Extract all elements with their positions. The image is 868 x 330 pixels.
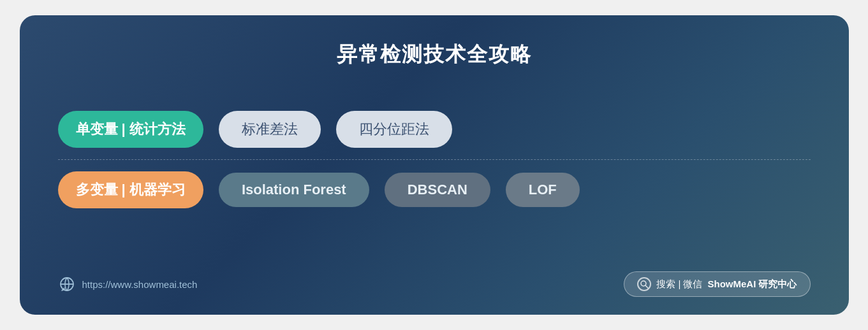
search-badge[interactable]: 搜索 | 微信 ShowMeAI 研究中心: [624, 271, 810, 297]
univariate-row: 单变量 | 统计方法 标准差法 四分位距法: [58, 99, 811, 159]
website-link[interactable]: https://www.showmeai.tech: [58, 275, 198, 293]
page-title: 异常检测技术全攻略: [337, 41, 532, 69]
multivariate-row: 多变量 | 机器学习 Isolation Forest DBSCAN LOF: [58, 160, 811, 220]
univariate-badge: 单变量 | 统计方法: [58, 111, 203, 148]
method-dbscan: DBSCAN: [385, 173, 490, 207]
website-icon: [58, 275, 76, 293]
method-lof: LOF: [506, 173, 580, 207]
search-prefix: 搜索 | 微信: [656, 278, 702, 291]
method-std: 标准差法: [219, 111, 321, 148]
method-iqr: 四分位距法: [336, 111, 452, 148]
method-isolation-forest: Isolation Forest: [219, 173, 369, 207]
website-url: https://www.showmeai.tech: [82, 279, 198, 290]
search-icon: [637, 277, 651, 291]
content-rows: 单变量 | 统计方法 标准差法 四分位距法 多变量 | 机器学习 Isolati…: [58, 99, 811, 220]
main-card: 异常检测技术全攻略 单变量 | 统计方法 标准差法 四分位距法 多变量 | 机器…: [20, 15, 849, 315]
svg-line-1: [646, 286, 649, 289]
svg-point-0: [641, 281, 646, 286]
multivariate-badge: 多变量 | 机器学习: [58, 171, 203, 208]
bottom-area: https://www.showmeai.tech 搜索 | 微信 ShowMe…: [58, 271, 811, 297]
search-brand: ShowMeAI 研究中心: [707, 278, 797, 291]
